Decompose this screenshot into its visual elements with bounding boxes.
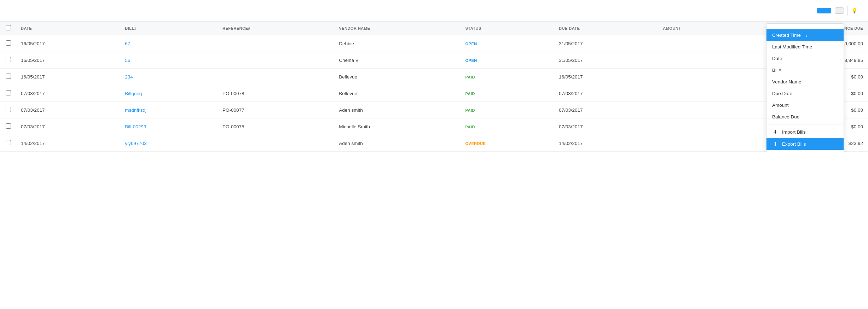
row-check-col <box>0 102 16 118</box>
header-actions: 💡 Created Time↓Last Modified TimeDateBil… <box>817 6 860 16</box>
header-bill: BILL# <box>120 22 218 35</box>
sort-item-due-date[interactable]: Due Date <box>766 88 844 99</box>
status-badge: OVERDUE <box>465 141 486 146</box>
row-checkbox-4[interactable] <box>6 107 11 112</box>
sort-item-vendor-name[interactable]: Vendor Name <box>766 76 844 88</box>
table-row: 16/05/2017 56 Chelna V OPEN 31/05/2017 R… <box>0 52 868 69</box>
row-amount <box>658 35 744 52</box>
bill-link-3[interactable]: Billqoeq <box>125 91 142 96</box>
row-due-date: 07/03/2017 <box>554 118 658 135</box>
row-bill: Bill-00293 <box>120 118 218 135</box>
row-date: 07/03/2017 <box>16 102 120 118</box>
row-checkbox-2[interactable] <box>6 74 11 79</box>
action-item-import-bills[interactable]: ⬇Import Bills <box>766 126 844 138</box>
sort-dropdown-menu: Created Time↓Last Modified TimeDateBill#… <box>766 23 844 152</box>
row-vendor: Michelle Smith <box>334 118 460 135</box>
row-reference <box>218 35 334 52</box>
bills-table: DATE BILL# REFERENCE# VENDOR NAME STATUS… <box>0 22 868 152</box>
row-status: PAID <box>460 69 554 85</box>
table-row: 14/02/2017 yiy697703 Aden smith OVERDUE … <box>0 135 868 152</box>
table-body: 16/05/2017 67 Debbie OPEN 31/05/2017 $9,… <box>0 35 868 152</box>
row-bill: yiy697703 <box>120 135 218 152</box>
row-due-date: 07/03/2017 <box>554 85 658 102</box>
sort-item-label: Due Date <box>772 91 792 96</box>
bill-link-0[interactable]: 67 <box>125 41 130 46</box>
row-status: OPEN <box>460 52 554 69</box>
row-status: OPEN <box>460 35 554 52</box>
status-badge: PAID <box>465 75 475 79</box>
select-all-checkbox[interactable] <box>6 25 11 30</box>
row-due-date: 31/05/2017 <box>554 35 658 52</box>
new-button[interactable] <box>817 8 831 13</box>
table-row: 07/03/2017 Billqoeq PO-00078 Bellevue PA… <box>0 85 868 102</box>
row-vendor: Bellevue <box>334 85 460 102</box>
action-item-bill-preferences[interactable]: ⚙Bill Preferences <box>766 150 844 152</box>
row-check-col <box>0 118 16 135</box>
bill-link-1[interactable]: 56 <box>125 58 130 63</box>
sort-item-label: Last Modified Time <box>772 44 812 49</box>
row-check-col <box>0 69 16 85</box>
row-check-col <box>0 85 16 102</box>
status-badge: PAID <box>465 92 475 96</box>
header-vendor: VENDOR NAME <box>334 22 460 35</box>
row-reference <box>218 135 334 152</box>
sort-item-amount[interactable]: Amount <box>766 99 844 111</box>
table-header: DATE BILL# REFERENCE# VENDOR NAME STATUS… <box>0 22 868 35</box>
export-bills-icon: ⬆ <box>772 141 779 147</box>
bill-link-5[interactable]: Bill-00293 <box>125 124 146 129</box>
sort-item-label: Vendor Name <box>772 79 802 84</box>
action-item-export-bills[interactable]: ⬆Export Bills <box>766 138 844 150</box>
sort-item-label: Date <box>772 56 782 61</box>
row-amount <box>658 102 744 118</box>
row-amount <box>658 69 744 85</box>
row-check-col <box>0 35 16 52</box>
row-date: 16/05/2017 <box>16 69 120 85</box>
row-vendor: Debbie <box>334 35 460 52</box>
sort-item-balance-due[interactable]: Balance Due <box>766 111 844 123</box>
bill-link-4[interactable]: msdnfksdj <box>125 107 146 113</box>
row-reference <box>218 69 334 85</box>
table-row: 07/03/2017 Bill-00293 PO-00075 Michelle … <box>0 118 868 135</box>
row-amount <box>658 118 744 135</box>
status-badge: PAID <box>465 108 475 112</box>
action-items-container: ⬇Import Bills⬆Export Bills⚙Bill Preferen… <box>766 126 844 152</box>
sort-item-date[interactable]: Date <box>766 53 844 64</box>
row-reference: PO-00077 <box>218 102 334 118</box>
header-amount: AMOUNT <box>658 22 744 35</box>
table-row: 16/05/2017 234 Bellevue PAID 16/05/2017 … <box>0 69 868 85</box>
menu-button[interactable] <box>835 7 844 14</box>
bills-table-container: DATE BILL# REFERENCE# VENDOR NAME STATUS… <box>0 22 868 152</box>
row-status: OVERDUE <box>460 135 554 152</box>
table-row: 07/03/2017 msdnfksdj PO-00077 Aden smith… <box>0 102 868 118</box>
sort-item-created-time[interactable]: Created Time↓ <box>766 29 844 41</box>
sort-item-last-modified-time[interactable]: Last Modified Time <box>766 41 844 53</box>
header-check-col <box>0 22 16 35</box>
row-check-col <box>0 52 16 69</box>
header-reference: REFERENCE# <box>218 22 334 35</box>
header-separator <box>847 6 848 16</box>
row-reference: PO-00078 <box>218 85 334 102</box>
row-date: 14/02/2017 <box>16 135 120 152</box>
header-status: STATUS <box>460 22 554 35</box>
row-vendor: Bellevue <box>334 69 460 85</box>
row-bill: 56 <box>120 52 218 69</box>
page-tips-button[interactable]: 💡 <box>851 8 860 13</box>
row-due-date: 14/02/2017 <box>554 135 658 152</box>
action-item-label: Import Bills <box>782 129 806 135</box>
row-status: PAID <box>460 102 554 118</box>
row-due-date: 07/03/2017 <box>554 102 658 118</box>
row-date: 07/03/2017 <box>16 85 120 102</box>
row-checkbox-5[interactable] <box>6 123 11 129</box>
row-checkbox-0[interactable] <box>6 40 11 46</box>
sort-arrow-icon: ↓ <box>806 33 808 37</box>
row-check-col <box>0 135 16 152</box>
bill-link-2[interactable]: 234 <box>125 74 133 80</box>
row-checkbox-3[interactable] <box>6 90 11 95</box>
sort-item-label: Amount <box>772 103 789 108</box>
row-reference <box>218 52 334 69</box>
row-checkbox-1[interactable] <box>6 57 11 62</box>
sort-item-label: Balance Due <box>772 114 799 119</box>
sort-item-bill-hash[interactable]: Bill# <box>766 64 844 76</box>
row-checkbox-6[interactable] <box>6 140 11 145</box>
bill-link-6[interactable]: yiy697703 <box>125 141 147 146</box>
